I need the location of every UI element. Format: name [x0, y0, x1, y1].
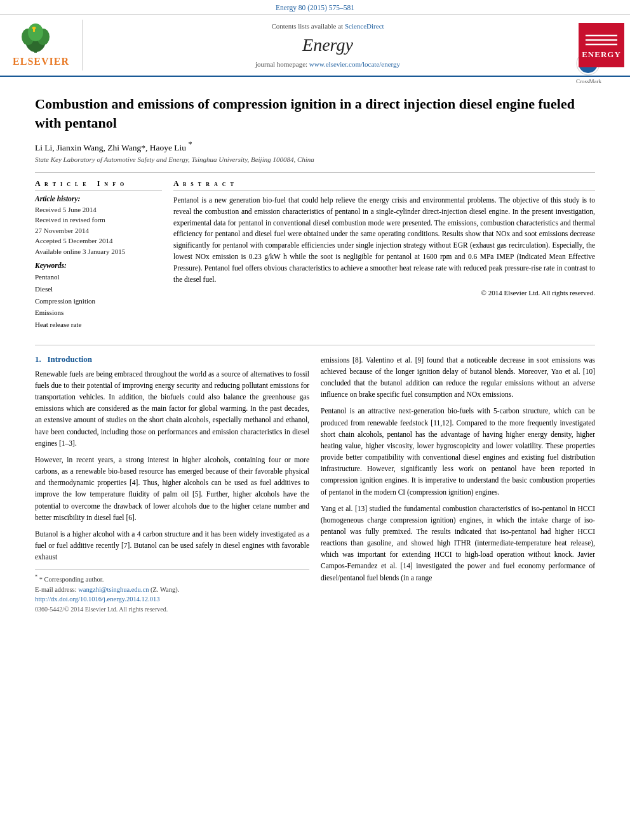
elsevier-tree-icon [15, 23, 66, 55]
article-info-heading: A r t i c l e I n f o [35, 179, 162, 191]
article-info-column: A r t i c l e I n f o Article history: R… [35, 179, 162, 336]
contents-line: Contents lists available at ScienceDirec… [271, 22, 384, 30]
article-history-label: Article history: [35, 195, 162, 203]
body-right-column: emissions [8]. Valentino et al. [9] foun… [321, 354, 595, 613]
abstract-heading: A b s t r a c t [173, 179, 595, 191]
energy-logo-text: ENERGY [582, 50, 621, 60]
journal-homepage-line: journal homepage: www.elsevier.com/locat… [255, 60, 400, 68]
keywords-label: Keywords: [35, 262, 162, 269]
crossmark-label: CrossMark [576, 78, 601, 84]
doi-link[interactable]: http://dx.doi.org/10.1016/j.energy.2014.… [35, 596, 159, 603]
intro-para-6: Yang et al. [13] studied the fundamental… [321, 503, 595, 583]
corresponding-author-note: * * Corresponding author. [35, 573, 309, 584]
authors-line: Li Li, Jianxin Wang, Zhi Wang*, Haoye Li… [35, 140, 595, 153]
received-date-1: Received 5 June 2014 [35, 204, 162, 215]
abstract-column: A b s t r a c t Pentanol is a new genera… [173, 179, 595, 336]
elsevier-brand-text: ELSEVIER [13, 56, 69, 67]
author-email[interactable]: wangzhi@tsinghua.edu.cn [78, 586, 149, 593]
elsevier-logo-area: ELSEVIER [0, 20, 83, 70]
svg-point-6 [32, 27, 36, 29]
received-date-2: 27 November 2014 [35, 225, 162, 236]
journal-citation-text: Energy 80 (2015) 575–581 [276, 4, 354, 11]
journal-header: ELSEVIER Contents lists available at Sci… [0, 15, 630, 77]
svg-point-4 [28, 23, 43, 41]
intro-para-2: However, in recent years, a strong inter… [35, 454, 309, 523]
email-footnote: E-mail address: wangzhi@tsinghua.edu.cn … [35, 585, 309, 595]
doi-line: http://dx.doi.org/10.1016/j.energy.2014.… [35, 594, 309, 604]
accepted-date: Accepted 5 December 2014 [35, 236, 162, 246]
homepage-url[interactable]: www.elsevier.com/locate/energy [309, 60, 400, 68]
journal-title-area: Contents lists available at ScienceDirec… [83, 20, 573, 70]
keyword-4: Emissions [35, 307, 162, 319]
intro-section-title: 1. Introduction [35, 354, 309, 364]
paper-content: ✓ CrossMark Combustion and emissions of … [0, 77, 630, 625]
keyword-3: Compression ignition [35, 295, 162, 307]
intro-para-1: Renewable fuels are being embraced throu… [35, 368, 309, 449]
received-revised-label: Received in revised form [35, 215, 162, 225]
keyword-1: Pentanol [35, 271, 162, 283]
journal-citation: Energy 80 (2015) 575–581 [0, 0, 630, 15]
energy-journal-logo: ENERGY [579, 23, 624, 67]
article-history-group: Article history: Received 5 June 2014 Re… [35, 195, 162, 257]
keyword-5: Heat release rate [35, 319, 162, 331]
abstract-text: Pentanol is a new generation bio-fuel th… [173, 195, 595, 286]
journal-name: Energy [302, 35, 353, 55]
issn-line: 0360-5442/© 2014 Elsevier Ltd. All right… [35, 606, 309, 613]
affiliation-line: State Key Laboratory of Automotive Safet… [35, 156, 595, 163]
section-divider [35, 345, 595, 345]
keyword-2: Diesel [35, 283, 162, 295]
intro-para-3: Butanol is a higher alcohol with a 4 car… [35, 528, 309, 563]
body-left-column: 1. Introduction Renewable fuels are bein… [35, 354, 309, 613]
elsevier-logo: ELSEVIER [13, 23, 69, 67]
intro-para-5: Pentanol is an attractive next-generatio… [321, 405, 595, 497]
available-date: Available online 3 January 2015 [35, 246, 162, 257]
article-info-abstract-section: A r t i c l e I n f o Article history: R… [35, 172, 595, 336]
paper-title: Combustion and emissions of compression … [35, 95, 595, 132]
energy-logo-area: ENERGY [573, 20, 630, 70]
keywords-list: Pentanol Diesel Compression ignition Emi… [35, 271, 162, 330]
footnote-section: * * Corresponding author. E-mail address… [35, 569, 309, 613]
main-body: 1. Introduction Renewable fuels are bein… [35, 354, 595, 613]
copyright-line: © 2014 Elsevier Ltd. All rights reserved… [173, 289, 595, 297]
energy-logo-lines-icon [582, 30, 620, 50]
keywords-group: Keywords: Pentanol Diesel Compression ig… [35, 262, 162, 330]
intro-para-4: emissions [8]. Valentino et al. [9] foun… [321, 354, 595, 401]
sciencedirect-link[interactable]: ScienceDirect [345, 22, 384, 30]
